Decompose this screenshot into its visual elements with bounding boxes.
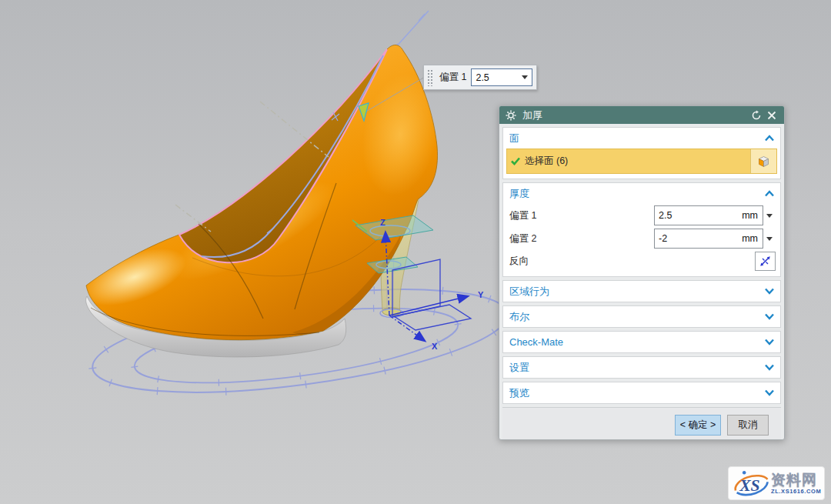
section-face-header[interactable]: 面 [503, 128, 780, 149]
chevron-down-icon[interactable] [764, 339, 775, 345]
dialog-body: 面 选择面 (6) [499, 124, 784, 440]
watermark-subtitle: ZL.XS1616.COM [771, 489, 821, 495]
offset1-input[interactable]: 2.5 mm [654, 205, 763, 225]
check-icon [511, 157, 520, 165]
section-checkmate[interactable]: Check-Mate [502, 331, 781, 353]
dropdown-arrow-icon[interactable] [763, 214, 776, 218]
x-axis-label: X [432, 342, 438, 351]
chevron-down-icon[interactable] [764, 288, 775, 295]
close-icon[interactable] [764, 108, 779, 122]
offset1-row: 偏置 1 2.5 mm [503, 204, 780, 227]
flip-direction-icon [759, 255, 772, 268]
section-region-behavior[interactable]: 区域行为 [502, 280, 781, 302]
face-filter-button[interactable] [750, 149, 776, 173]
offset1-quick-input[interactable]: 2.5 [471, 68, 532, 86]
section-thickness: 厚度 偏置 1 2.5 mm 偏置 2 [502, 182, 781, 277]
cube-icon [756, 154, 771, 169]
ok-button[interactable]: < 确定 > [675, 415, 721, 436]
reverse-direction-button[interactable] [755, 252, 776, 271]
xs-logo-icon: XS [730, 468, 770, 499]
offset2-input[interactable]: -2 mm [654, 229, 763, 249]
section-face: 面 选择面 (6) [502, 127, 781, 179]
section-face-label: 面 [509, 132, 764, 145]
offset1-quick-label: 偏置 1 [439, 71, 466, 84]
watermark-logo: XS 资料网 ZL.XS1616.COM [728, 466, 825, 500]
reverse-label: 反向 [509, 255, 755, 268]
watermark-title: 资料网 [771, 472, 821, 487]
section-settings[interactable]: 设置 [502, 356, 781, 379]
dialog-footer: < 确定 > 取消 [502, 407, 781, 440]
offset1-label: 偏置 1 [509, 209, 654, 222]
reset-icon[interactable] [749, 108, 764, 122]
chevron-up-icon[interactable] [764, 135, 775, 142]
dropdown-arrow-icon[interactable] [522, 75, 528, 79]
chevron-up-icon[interactable] [764, 190, 775, 197]
reverse-row: 反向 [503, 250, 780, 276]
offset1-unit[interactable]: mm [742, 210, 758, 221]
section-boolean[interactable]: 布尔 [502, 305, 781, 328]
face-selection-row[interactable]: 选择面 (6) [506, 149, 777, 174]
cancel-button[interactable]: 取消 [727, 415, 769, 436]
svg-text:XS: XS [739, 476, 759, 495]
section-thickness-label: 厚度 [509, 187, 764, 201]
offset2-unit[interactable]: mm [742, 233, 758, 244]
chevron-down-icon[interactable] [764, 389, 775, 396]
dropdown-arrow-icon[interactable] [763, 237, 776, 241]
gear-icon [506, 110, 516, 121]
offset2-row: 偏置 2 -2 mm [503, 227, 780, 250]
y-axis-label: Y [478, 290, 484, 299]
chevron-down-icon[interactable] [764, 313, 775, 320]
chevron-down-icon[interactable] [764, 364, 775, 371]
section-thickness-header[interactable]: 厚度 [503, 183, 780, 204]
face-selection-text: 选择面 (6) [525, 155, 568, 168]
offset2-label: 偏置 2 [509, 232, 654, 245]
dialog-titlebar[interactable]: 加厚 [499, 106, 784, 124]
thicken-dialog[interactable]: 加厚 面 [499, 105, 785, 440]
dialog-title: 加厚 [522, 108, 749, 122]
offset1-quick-value[interactable]: 2.5 [472, 72, 522, 83]
floating-offset-toolbar[interactable]: 偏置 1 2.5 [423, 65, 537, 90]
drag-handle-icon[interactable] [426, 68, 433, 86]
z-axis-label: Z [380, 218, 385, 227]
y-axis[interactable] [389, 296, 468, 315]
cad-viewport[interactable]: Z Y X 偏置 1 2.5 [0, 0, 831, 504]
section-preview[interactable]: 预览 [502, 382, 781, 404]
x-axis[interactable] [389, 315, 425, 341]
